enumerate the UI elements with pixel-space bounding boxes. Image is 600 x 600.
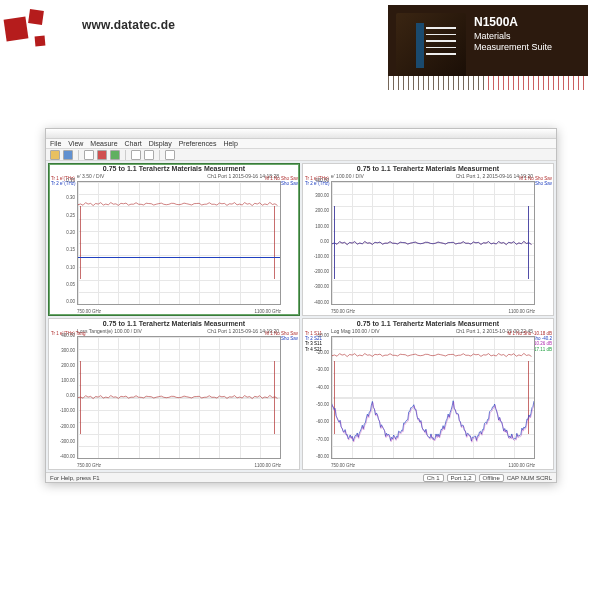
chart-pane-0[interactable]: 0.75 to 1.1 Terahertz Materials Measurme…: [48, 163, 300, 316]
chart-xaxis: 750.00 GHz1100.00 GHz: [331, 463, 535, 468]
chart-yaxis: -10.00-20.00-30.00-40.00-50.00-60.00-70.…: [311, 333, 329, 460]
toolbar-trigger-icon[interactable]: [97, 150, 107, 160]
statusbar: For Help, press F1 Ch 1 Port 1,2 Offline…: [46, 472, 556, 482]
toolbar: [46, 149, 556, 161]
product-model: N1500A: [474, 15, 552, 31]
charts-grid: 0.75 to 1.1 Terahertz Materials Measurme…: [46, 161, 556, 472]
chart-pane-1[interactable]: 0.75 to 1.1 Terahertz Materials Measurme…: [302, 163, 554, 316]
product-icon: [396, 13, 466, 78]
trace-tan: [78, 394, 280, 400]
status-left: For Help, press F1: [50, 475, 100, 481]
chart-yaxis: 400.00300.00200.00100.000.00-100.00-200.…: [57, 333, 75, 460]
menu-preferences[interactable]: Preferences: [179, 140, 217, 147]
chart-pane-3[interactable]: 0.75 to 1.1 Terahertz Materials Measurme…: [302, 318, 554, 471]
app-window: File View Measure Chart Display Preferen…: [45, 128, 557, 483]
status-ch[interactable]: Ch 1: [423, 474, 444, 482]
menu-file[interactable]: File: [50, 140, 61, 147]
toolbar-open-icon[interactable]: [50, 150, 60, 160]
toolbar-run-icon[interactable]: [110, 150, 120, 160]
chart-plot[interactable]: [331, 181, 535, 305]
chart-title: 0.75 to 1.1 Terahertz Materials Measurme…: [49, 164, 299, 173]
toolbar-zoom-icon[interactable]: [131, 150, 141, 160]
trace-e': [78, 201, 280, 207]
menu-measure[interactable]: Measure: [90, 140, 117, 147]
toolbar-save-icon[interactable]: [63, 150, 73, 160]
trace-e'': [78, 257, 280, 258]
trace-e'': [332, 240, 534, 246]
menubar: File View Measure Chart Display Preferen…: [46, 139, 556, 149]
menu-display[interactable]: Display: [149, 140, 172, 147]
toolbar-print-icon[interactable]: [84, 150, 94, 160]
status-offline: Offline: [479, 474, 504, 482]
chart-pane-2[interactable]: 0.75 to 1.1 Terahertz Materials Measurme…: [48, 318, 300, 471]
chart-yaxis: 0.350.300.250.200.150.100.050.00: [57, 178, 75, 305]
menu-chart[interactable]: Chart: [125, 140, 142, 147]
chart-title: 0.75 to 1.1 Terahertz Materials Measurme…: [303, 164, 553, 173]
chart-plot[interactable]: [77, 181, 281, 305]
chart-yaxis: 400.00300.00200.00100.000.00-100.00-200.…: [311, 178, 329, 305]
chart-plot[interactable]: [77, 336, 281, 460]
chart-xaxis: 750.00 GHz1100.00 GHz: [77, 309, 281, 314]
menu-help[interactable]: Help: [223, 140, 237, 147]
chart-subtitle: e' 3.50 / DIVCh1 Port 1 2015-09-16 14:18…: [49, 173, 299, 179]
toolbar-marker-icon[interactable]: [144, 150, 154, 160]
chart-xaxis: 750.00 GHz1100.00 GHz: [331, 309, 535, 314]
status-port[interactable]: Port 1,2: [447, 474, 476, 482]
titlebar: [46, 129, 556, 139]
vendor-banner: www.datatec.de N1500A Materials Measurem…: [0, 0, 600, 100]
status-keys: CAP NUM SCRL: [507, 475, 552, 481]
trace-S21: [332, 337, 534, 459]
vendor-url: www.datatec.de: [82, 18, 175, 32]
menu-view[interactable]: View: [68, 140, 83, 147]
chart-title: 0.75 to 1.1 Terahertz Materials Measurme…: [303, 319, 553, 328]
product-line2: Measurement Suite: [474, 42, 552, 54]
product-card: N1500A Materials Measurement Suite: [388, 5, 588, 90]
toolbar-help-icon[interactable]: [165, 150, 175, 160]
chart-title: 0.75 to 1.1 Terahertz Materials Measurme…: [49, 319, 299, 328]
chart-xaxis: 750.00 GHz1100.00 GHz: [77, 463, 281, 468]
chart-subtitle: e' 100.00 / DIVCh1 Port 1, 2 2015-09-16 …: [303, 173, 553, 179]
product-line1: Materials: [474, 31, 552, 43]
chart-plot[interactable]: [331, 336, 535, 460]
